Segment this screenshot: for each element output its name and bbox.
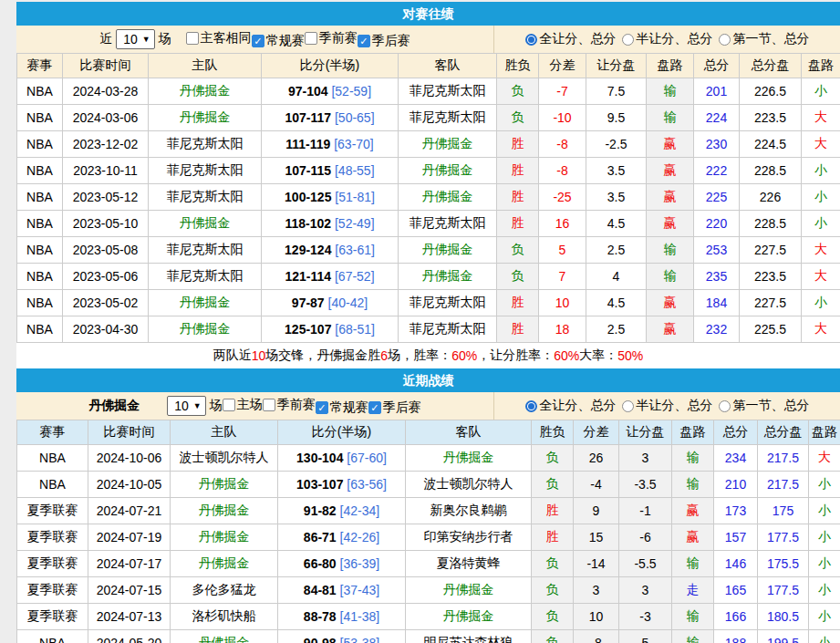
score-half: [67-52]: [335, 269, 375, 284]
checkbox-icon[interactable]: [263, 399, 275, 411]
checkbox-icon[interactable]: ✓: [358, 35, 370, 47]
cell-total-points: 165: [714, 577, 758, 604]
filter-radio[interactable]: 半让分、总分: [622, 31, 713, 47]
radio-icon[interactable]: [622, 400, 634, 412]
table-row: NBA2024-10-05丹佛掘金103-107 [63-56]波士顿凯尔特人负…: [17, 472, 840, 498]
radio-icon[interactable]: [719, 400, 731, 412]
radio-label: 第一节、总分: [733, 398, 810, 414]
cell-home-team: 菲尼克斯太阳: [149, 131, 262, 158]
cell-handicap-result: 输: [672, 630, 714, 643]
cell-total-points: 224: [694, 105, 740, 131]
cell-date: 2024-10-05: [88, 472, 171, 498]
chevron-down-icon: ▼: [142, 35, 150, 44]
cell-league: 夏季联赛: [17, 498, 88, 524]
cell-over-under: 小: [802, 184, 840, 211]
cell-score: 121-114 [67-52]: [262, 264, 399, 290]
checkbox-icon[interactable]: [305, 32, 317, 45]
cell-over-under: 大: [802, 105, 840, 131]
radio-label: 全让分、总分: [540, 398, 617, 414]
cell-score: 118-102 [52-49]: [262, 211, 399, 237]
cell-date: 2024-10-06: [88, 445, 171, 472]
summary-text: 场，胜率：: [388, 347, 451, 364]
table-row: NBA2023-12-02菲尼克斯太阳111-119 [63-70]丹佛掘金胜-…: [17, 131, 840, 158]
cell-point-diff: -10: [539, 105, 586, 131]
checkbox-icon[interactable]: [186, 32, 199, 45]
cell-total-line: 228.5: [740, 158, 802, 184]
recent-filter-bar: 丹佛掘金 10 ▼ 场 主场季前赛✓常规赛✓季后赛 全让分、总分半让分、总分第一…: [16, 392, 840, 420]
h2h-table: 赛事比赛时间主队比分(半场)客队胜负分差让分盘盘路总分总分盘盘路NBA2024-…: [16, 53, 840, 343]
score-half: [41-38]: [340, 609, 380, 624]
score-full: 86-71: [304, 530, 337, 544]
score-full: 84-81: [304, 583, 337, 597]
filter-checkbox[interactable]: 主场: [223, 397, 263, 413]
table-row: NBA2023-05-10丹佛掘金118-102 [52-49]菲尼克斯太阳胜1…: [17, 211, 840, 237]
cell-league: NBA: [17, 158, 63, 184]
cell-over-under: 大: [802, 264, 840, 290]
cell-over-under: 小: [802, 290, 840, 316]
filter-checkbox[interactable]: ✓季后赛: [368, 399, 421, 416]
score-full: 66-80: [304, 556, 337, 571]
radio-icon[interactable]: [525, 400, 537, 412]
filter-radio[interactable]: 半让分、总分: [622, 398, 713, 414]
cell-away-team: 丹佛掘金: [399, 237, 497, 264]
cell-total-line: 224.5: [740, 131, 802, 158]
cell-away-team: 夏洛特黄蜂: [406, 551, 532, 577]
cell-date: 2023-12-02: [63, 131, 149, 158]
recent-games-count-select[interactable]: 10 ▼: [167, 396, 206, 416]
checkbox-label: 季后赛: [372, 33, 410, 49]
filter-radio[interactable]: 第一节、总分: [719, 398, 810, 414]
cell-home-team: 菲尼克斯太阳: [149, 264, 262, 290]
cell-total-points: 173: [714, 498, 758, 524]
checkbox-icon[interactable]: ✓: [252, 35, 264, 47]
cell-win-loss: 负: [497, 78, 539, 105]
column-header: 让分盘: [586, 54, 647, 78]
table-row: 夏季联赛2024-07-15多伦多猛龙84-81 [37-43]丹佛掘金负33走…: [17, 577, 840, 604]
score-half: [68-51]: [335, 322, 375, 337]
column-header: 比分(半场): [278, 420, 406, 445]
h2h-section-title: 对赛往绩: [403, 6, 454, 21]
checkbox-icon[interactable]: ✓: [368, 401, 381, 414]
table-row: 夏季联赛2024-07-17丹佛掘金66-80 [36-39]夏洛特黄蜂负-14…: [17, 551, 840, 577]
cell-handicap-result: 赢: [647, 290, 694, 316]
filter-checkbox[interactable]: ✓常规赛: [252, 33, 305, 49]
h2h-radio-group: 全让分、总分半让分、总分第一节、总分: [494, 26, 840, 53]
score-full: 107-115: [285, 163, 331, 178]
filter-radio[interactable]: 全让分、总分: [525, 31, 617, 47]
checkbox-label: 季前赛: [319, 30, 358, 47]
score-full: 97-104: [288, 84, 328, 99]
cell-total-points: 253: [694, 237, 740, 264]
chevron-down-icon: ▼: [193, 401, 202, 410]
score-half: [48-55]: [335, 163, 375, 178]
score-full: 121-114: [285, 269, 331, 284]
filter-checkbox[interactable]: ✓季后赛: [358, 33, 410, 49]
filter-checkbox[interactable]: 主客相同: [186, 30, 252, 47]
checkbox-icon[interactable]: ✓: [316, 401, 328, 414]
cell-league: 夏季联赛: [17, 577, 88, 604]
cell-handicap-line: 5: [619, 630, 672, 643]
filter-checkbox[interactable]: ✓常规赛: [316, 399, 368, 416]
column-header: 分差: [539, 54, 586, 78]
cell-score: 90-98 [53-38]: [278, 630, 406, 643]
cell-league: NBA: [17, 105, 63, 131]
radio-icon[interactable]: [525, 34, 537, 46]
score-full: 129-124: [285, 243, 331, 257]
cell-handicap-line: -3: [619, 604, 672, 630]
cell-handicap-result: 输: [647, 105, 694, 131]
column-header: 赛事: [17, 54, 63, 78]
cell-handicap-result: 输: [647, 264, 694, 290]
table-row: NBA2023-05-12菲尼克斯太阳100-125 [51-81]丹佛掘金胜-…: [17, 184, 840, 211]
filter-radio[interactable]: 第一节、总分: [719, 31, 810, 47]
filter-radio[interactable]: 全让分、总分: [525, 398, 617, 414]
score-half: [51-81]: [335, 190, 375, 204]
checkbox-icon[interactable]: [223, 399, 235, 411]
cell-away-team: 菲尼克斯太阳: [399, 211, 497, 237]
filter-checkbox[interactable]: 季前赛: [263, 397, 316, 413]
cell-score: 97-87 [40-42]: [262, 290, 399, 316]
h2h-games-count-select[interactable]: 10 ▼: [116, 29, 155, 49]
filter-checkbox[interactable]: 季前赛: [305, 30, 358, 47]
radio-icon[interactable]: [622, 34, 634, 46]
radio-icon[interactable]: [719, 34, 731, 46]
cell-handicap-result: 赢: [647, 184, 694, 211]
cell-home-team: 丹佛掘金: [171, 524, 278, 551]
cell-over-under: 小: [809, 577, 840, 604]
